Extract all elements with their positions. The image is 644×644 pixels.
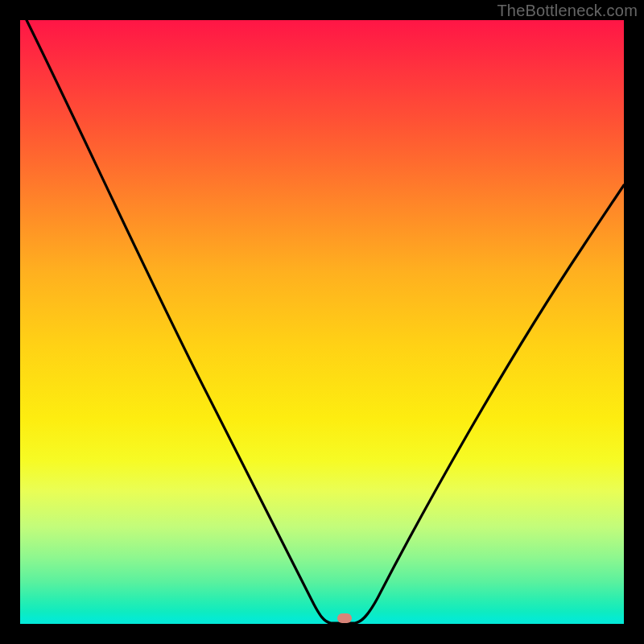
chart-frame: TheBottleneck.com: [0, 0, 644, 644]
curve-path: [27, 20, 624, 623]
watermark-text: TheBottleneck.com: [497, 2, 638, 20]
minimum-marker: [337, 613, 352, 623]
bottleneck-curve: [20, 20, 624, 624]
